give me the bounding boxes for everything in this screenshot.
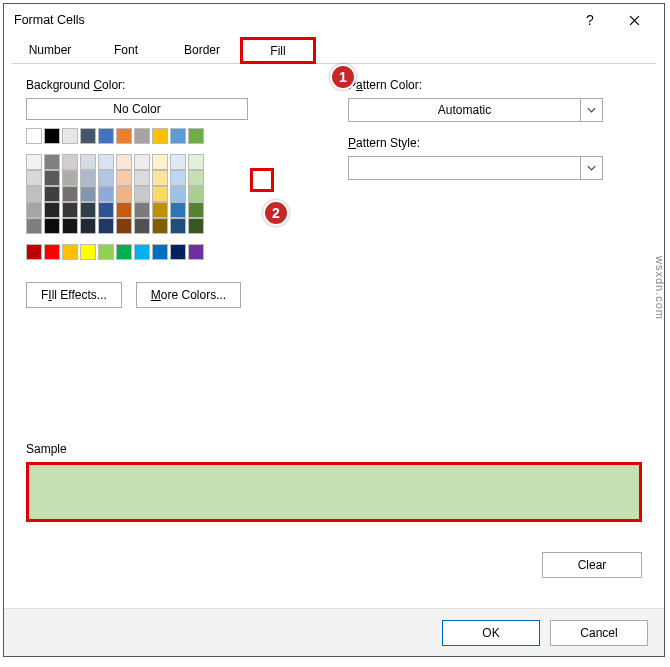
left-panel: Background Color: No Color 2 FIll Effect… [26,78,316,308]
color-swatch[interactable] [188,154,204,170]
color-swatch[interactable] [62,186,78,202]
color-swatch[interactable] [116,186,132,202]
color-swatch[interactable] [98,170,114,186]
color-swatch[interactable] [152,218,168,234]
dialog-body: Background Color: No Color 2 FIll Effect… [4,64,664,322]
color-swatch[interactable] [188,218,204,234]
color-swatch[interactable] [152,170,168,186]
color-swatch[interactable] [116,128,132,144]
tab-fill[interactable]: Fill [240,37,316,64]
sample-label: Sample [26,442,642,456]
tab-border[interactable]: Border [164,36,240,63]
color-swatch[interactable] [152,128,168,144]
no-color-button[interactable]: No Color [26,98,248,120]
callout-2: 2 [263,200,289,226]
pattern-style-label: Pattern Style: [348,136,642,150]
color-swatch[interactable] [62,218,78,234]
color-swatch[interactable] [188,128,204,144]
theme-colors-row [26,128,316,144]
color-swatch[interactable] [62,170,78,186]
color-swatch[interactable] [44,170,60,186]
color-swatch[interactable] [170,244,186,260]
color-swatch[interactable] [62,154,78,170]
color-swatch[interactable] [134,244,150,260]
color-swatch[interactable] [98,202,114,218]
sample-preview [26,462,642,522]
color-swatch[interactable] [44,154,60,170]
chevron-down-icon [580,157,602,179]
color-swatch[interactable] [152,202,168,218]
color-swatch[interactable] [170,202,186,218]
color-swatch[interactable] [26,244,42,260]
clear-button[interactable]: Clear [542,552,642,578]
tab-number[interactable]: Number [12,36,88,63]
color-swatch[interactable] [80,186,96,202]
color-swatch[interactable] [116,218,132,234]
color-swatch[interactable] [134,202,150,218]
color-swatch[interactable] [116,202,132,218]
format-cells-dialog: Format Cells ? Number Font Border Fill 1… [3,3,665,657]
ok-button[interactable]: OK [442,620,540,646]
theme-tint-row [26,154,266,170]
color-swatch[interactable] [134,186,150,202]
color-swatch[interactable] [188,170,204,186]
more-colors-button[interactable]: More Colors... [136,282,241,308]
color-swatch[interactable] [170,170,186,186]
color-swatch[interactable] [188,186,204,202]
color-swatch[interactable] [80,244,96,260]
color-swatch[interactable] [170,218,186,234]
color-swatch[interactable] [170,186,186,202]
color-swatch[interactable] [44,128,60,144]
color-swatch[interactable] [26,218,42,234]
color-swatch[interactable] [44,244,60,260]
color-swatch[interactable] [26,128,42,144]
color-swatch[interactable] [26,186,42,202]
color-swatch[interactable] [80,218,96,234]
color-swatch[interactable] [62,244,78,260]
color-swatch[interactable] [44,202,60,218]
sample-area: Sample [26,442,642,522]
color-swatch[interactable] [26,202,42,218]
color-swatch[interactable] [116,170,132,186]
standard-colors-row [26,244,316,260]
color-swatch[interactable] [98,218,114,234]
pattern-color-label: Pattern Color: [348,78,642,92]
dialog-title: Format Cells [14,13,568,27]
color-swatch[interactable] [62,202,78,218]
color-swatch[interactable] [80,128,96,144]
color-swatch[interactable] [116,244,132,260]
color-swatch[interactable] [80,202,96,218]
color-swatch[interactable] [62,128,78,144]
color-swatch[interactable] [26,170,42,186]
color-swatch[interactable] [26,154,42,170]
color-swatch[interactable] [152,154,168,170]
fill-effects-button[interactable]: FIll Effects... [26,282,122,308]
color-swatch[interactable] [80,170,96,186]
color-swatch[interactable] [134,154,150,170]
pattern-color-dropdown[interactable]: Automatic [348,98,603,122]
color-swatch[interactable] [98,154,114,170]
cancel-button[interactable]: Cancel [550,620,648,646]
pattern-style-dropdown[interactable] [348,156,603,180]
color-swatch[interactable] [152,244,168,260]
color-swatch[interactable] [170,154,186,170]
color-swatch[interactable] [170,128,186,144]
color-swatch[interactable] [188,202,204,218]
color-swatch[interactable] [44,186,60,202]
color-swatch[interactable] [134,218,150,234]
tab-font[interactable]: Font [88,36,164,63]
chevron-down-icon [580,99,602,121]
color-swatch[interactable] [44,218,60,234]
color-swatch[interactable] [152,186,168,202]
color-swatch[interactable] [98,186,114,202]
help-button[interactable]: ? [568,12,612,28]
color-swatch[interactable] [98,128,114,144]
color-swatch[interactable] [98,244,114,260]
close-button[interactable] [612,6,656,34]
color-swatch[interactable] [134,170,150,186]
pattern-color-value: Automatic [349,99,580,121]
color-swatch[interactable] [188,244,204,260]
color-swatch[interactable] [80,154,96,170]
color-swatch[interactable] [134,128,150,144]
color-swatch[interactable] [116,154,132,170]
